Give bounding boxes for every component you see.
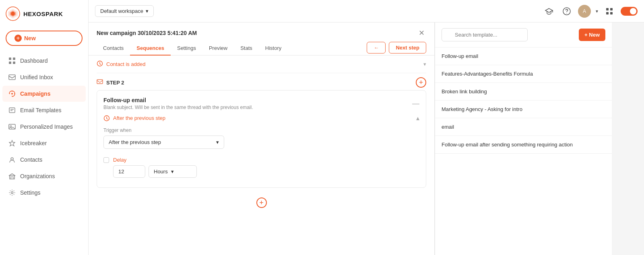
- svg-rect-7: [13, 62, 15, 64]
- sidebar-item-icebreaker[interactable]: Icebreaker: [2, 135, 86, 151]
- new-button[interactable]: + New: [6, 31, 83, 46]
- sidebar-item-dashboard[interactable]: Dashboard: [2, 53, 86, 69]
- workspace-selector[interactable]: Default workspace ▾: [95, 5, 154, 17]
- close-button[interactable]: ✕: [417, 28, 426, 38]
- chevron-down-icon: ▾: [171, 169, 174, 175]
- trigger-when-label: After the previous step: [113, 115, 165, 121]
- personalized-images-icon: [8, 123, 16, 131]
- contacts-icon: [8, 156, 16, 164]
- campaign-title-row: New campaign 30/10/2023 5:41:20 AM ✕: [97, 28, 426, 38]
- svg-rect-20: [606, 8, 609, 10]
- next-step-button[interactable]: Next step: [389, 42, 426, 53]
- step2-header: STEP 2 +: [97, 73, 426, 90]
- trigger-select[interactable]: After the previous step ▾: [103, 136, 224, 149]
- svg-rect-10: [9, 108, 15, 113]
- template-list: Follow-up email Features-Advantages-Bene…: [435, 47, 612, 255]
- logo: HEXOSPARK: [0, 0, 88, 27]
- global-topbar: Default workspace ▾ A ▾: [89, 0, 644, 23]
- template-item[interactable]: Follow-up email after sending something …: [435, 136, 612, 154]
- campaign-header: New campaign 30/10/2023 5:41:20 AM ✕ Con…: [89, 23, 434, 56]
- step-card-menu-icon[interactable]: —: [412, 99, 419, 108]
- inbox-icon: [8, 73, 16, 81]
- tab-sequences[interactable]: Sequences: [130, 42, 171, 56]
- svg-rect-4: [9, 58, 11, 60]
- add-step-bottom-button[interactable]: +: [256, 197, 267, 208]
- tab-preview[interactable]: Preview: [202, 42, 234, 56]
- svg-rect-22: [606, 12, 609, 14]
- template-header: + New: [435, 23, 612, 47]
- template-new-button[interactable]: + New: [579, 29, 605, 41]
- svg-rect-25: [97, 80, 103, 84]
- delay-label: Delay: [113, 157, 126, 163]
- svg-rect-6: [9, 62, 11, 64]
- email-templates-icon: [8, 106, 16, 114]
- sidebar-item-label: Contacts: [20, 156, 42, 163]
- graduation-icon[interactable]: [543, 5, 555, 18]
- help-icon[interactable]: [560, 5, 573, 18]
- step-add-inline: +: [416, 77, 426, 88]
- grid-icon[interactable]: [603, 5, 616, 18]
- campaign-tabs: Contacts Sequences Settings Preview Stat…: [97, 42, 426, 55]
- svg-rect-23: [610, 12, 613, 14]
- sidebar-item-contacts[interactable]: Contacts: [2, 152, 86, 168]
- campaign-body: Contact is added ▾ STEP 2 +: [89, 56, 434, 255]
- tab-contacts[interactable]: Contacts: [97, 42, 130, 56]
- svg-rect-15: [10, 176, 14, 179]
- chevron-down-icon: ▾: [146, 8, 149, 14]
- sidebar-item-unified-inbox[interactable]: Unified Inbox: [2, 69, 86, 85]
- svg-point-3: [11, 12, 15, 16]
- add-step-inline-button[interactable]: +: [416, 77, 426, 88]
- sidebar-item-personalized-images[interactable]: Personalized Images: [2, 119, 86, 135]
- search-wrapper: [442, 28, 576, 41]
- template-item[interactable]: Follow-up email: [435, 47, 612, 65]
- svg-rect-21: [610, 8, 613, 10]
- theme-toggle[interactable]: [621, 7, 638, 16]
- tab-settings[interactable]: Settings: [171, 42, 202, 56]
- delay-number-input[interactable]: [113, 165, 145, 178]
- template-item[interactable]: Marketing Agency - Asking for intro: [435, 101, 612, 118]
- step-card-subtitle: Blank subject. Will be sent in the same …: [103, 105, 253, 110]
- delay-unit-select[interactable]: Hours ▾: [149, 165, 197, 178]
- clock-icon: [97, 60, 103, 68]
- template-item[interactable]: Broken link building: [435, 83, 612, 101]
- svg-rect-8: [9, 75, 15, 80]
- template-item[interactable]: Features-Advantages-Benefits Formula: [435, 65, 612, 83]
- trigger-when-text: Trigger when: [103, 128, 419, 133]
- step-card-title: Follow-up email: [103, 97, 253, 103]
- delay-unit-label: Hours: [154, 169, 168, 175]
- template-item[interactable]: email: [435, 118, 612, 136]
- tab-stats[interactable]: Stats: [234, 42, 259, 56]
- main-content: Default workspace ▾ A ▾ New campaign 30/…: [89, 0, 644, 255]
- avatar[interactable]: A: [578, 5, 591, 18]
- sidebar-item-campaigns[interactable]: Campaigns: [2, 86, 86, 102]
- dashboard-icon: [8, 57, 16, 65]
- trigger-when-row[interactable]: After the previous step ▴: [103, 110, 419, 124]
- organizations-icon: [8, 172, 16, 180]
- sidebar-item-organizations[interactable]: Organizations: [2, 168, 86, 184]
- delay-checkbox[interactable]: [103, 157, 109, 163]
- template-search-input[interactable]: [442, 28, 528, 41]
- sidebar-item-label: Icebreaker: [20, 140, 47, 146]
- icebreaker-icon: [8, 139, 16, 147]
- chevron-down-icon: ▾: [216, 139, 219, 145]
- campaigns-icon: [8, 90, 16, 98]
- back-button[interactable]: ←: [367, 42, 386, 53]
- chevron-up-icon: ▴: [416, 114, 419, 122]
- chevron-down-icon: ▾: [423, 61, 426, 67]
- tab-history[interactable]: History: [259, 42, 288, 56]
- sidebar: HEXOSPARK + New Dashboard Unified Inbox …: [0, 0, 89, 255]
- sidebar-item-email-templates[interactable]: Email Templates: [2, 102, 86, 118]
- sidebar-item-label: Organizations: [20, 173, 55, 179]
- contact-added-trigger[interactable]: Contact is added ▾: [97, 56, 426, 73]
- sidebar-item-settings[interactable]: Settings: [2, 185, 86, 201]
- svg-rect-5: [13, 58, 15, 60]
- topbar-right: A ▾: [543, 5, 638, 18]
- trigger-section: Trigger when After the previous step ▾: [103, 124, 419, 152]
- step-card-header: Follow-up email Blank subject. Will be s…: [103, 97, 419, 110]
- bottom-add-section: +: [97, 191, 426, 214]
- svg-point-14: [11, 158, 13, 160]
- content-area: New campaign 30/10/2023 5:41:20 AM ✕ Con…: [89, 23, 644, 255]
- step2-label: STEP 2: [106, 80, 124, 86]
- logo-text: HEXOSPARK: [23, 10, 63, 17]
- followup-card: Follow-up email Blank subject. Will be s…: [97, 90, 426, 188]
